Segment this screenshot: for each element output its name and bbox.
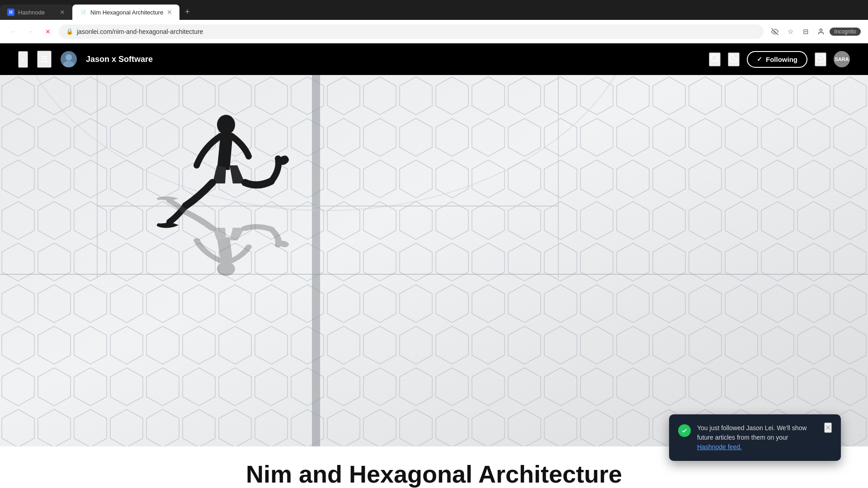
refresh-button[interactable]: ✕: [42, 25, 54, 38]
browser-chrome: H Hashnode ✕ 📄 Nim Hexagonal Architectur…: [0, 0, 868, 43]
tab-article[interactable]: 📄 Nim Hexagonal Architecture ✕: [72, 5, 179, 20]
site-header: ‹ ☰ Jason x Software ✓ Following: [0, 43, 868, 75]
blog-title: Jason x Software: [86, 55, 153, 64]
url-text: jasonlei.com/nim-and-hexagonal-architect…: [77, 28, 756, 35]
address-actions: ☆ ⊟ Incognito: [768, 25, 861, 38]
article-favicon: 📄: [80, 9, 87, 16]
article-title: Nim and Hexagonal Architecture: [0, 460, 868, 488]
toast-success-icon: [678, 424, 691, 437]
hashnode-favicon: H: [7, 9, 14, 16]
blog-logo: [61, 51, 77, 67]
following-label: Following: [766, 56, 797, 63]
profile-button[interactable]: [814, 25, 828, 38]
tab-hashnode-label: Hashnode: [18, 9, 56, 16]
svg-point-15: [217, 115, 235, 135]
site-menu-button[interactable]: ☰: [37, 51, 52, 68]
toast-content: You just followed Jason Lei. We'll show …: [697, 423, 818, 452]
lock-icon: 🔒: [66, 28, 73, 35]
following-check-icon: ✓: [757, 56, 762, 63]
new-tab-button[interactable]: +: [179, 7, 195, 17]
split-view-button[interactable]: ⊟: [799, 25, 812, 38]
tab-hashnode[interactable]: H Hashnode ✕: [0, 5, 72, 20]
svg-rect-9: [312, 75, 320, 482]
newsletter-button[interactable]: [815, 52, 826, 66]
following-button[interactable]: ✓ Following: [747, 51, 807, 68]
tab-article-label: Nim Hexagonal Architecture: [90, 9, 163, 16]
star-button[interactable]: ☆: [783, 25, 797, 38]
search-button[interactable]: [709, 52, 721, 66]
theme-toggle-button[interactable]: [728, 52, 740, 66]
toast-close-button[interactable]: ✕: [824, 422, 832, 433]
tab-article-close[interactable]: ✕: [167, 9, 172, 16]
svg-point-1: [820, 29, 822, 31]
toast-notification: You just followed Jason Lei. We'll show …: [669, 414, 841, 461]
site-back-button[interactable]: ‹: [18, 51, 28, 68]
back-button[interactable]: ←: [7, 25, 20, 38]
blog-logo-image: [61, 51, 77, 67]
svg-rect-10: [0, 274, 868, 275]
address-bar: ← → ✕ 🔒 jasonlei.com/nim-and-hexagonal-a…: [0, 20, 868, 43]
tab-bar: H Hashnode ✕ 📄 Nim Hexagonal Architectur…: [0, 0, 868, 20]
header-actions: ✓ Following SARA: [709, 51, 850, 68]
tab-hashnode-close[interactable]: ✕: [60, 9, 65, 16]
svg-point-16: [217, 262, 235, 276]
toast-hashnode-link[interactable]: Hashnode feed.: [697, 443, 742, 450]
svg-point-5: [711, 54, 718, 61]
user-avatar[interactable]: SARA: [834, 51, 850, 67]
eye-slash-button[interactable]: [768, 25, 782, 38]
svg-point-3: [66, 54, 72, 61]
toast-message-before: You just followed Jason Lei. We'll show …: [697, 424, 807, 441]
forward-button[interactable]: →: [24, 25, 37, 38]
incognito-badge: Incognito: [830, 28, 861, 36]
url-bar[interactable]: 🔒 jasonlei.com/nim-and-hexagonal-archite…: [59, 24, 764, 39]
